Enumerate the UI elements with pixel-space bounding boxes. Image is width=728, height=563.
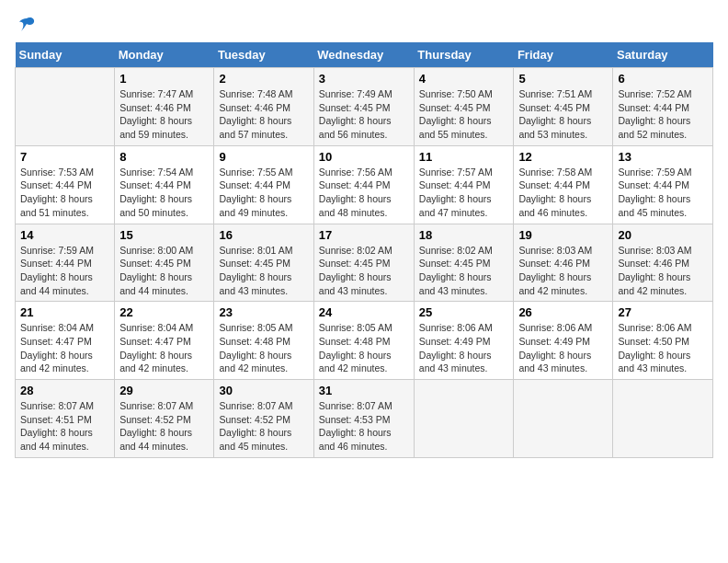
page-header xyxy=(15,15,713,31)
calendar-cell: 16 Sunrise: 8:01 AM Sunset: 4:45 PM Dayl… xyxy=(214,224,313,302)
logo-bird-icon xyxy=(17,15,37,35)
day-sunrise: Sunrise: 7:54 AM xyxy=(119,167,193,178)
day-sunrise: Sunrise: 7:59 AM xyxy=(20,245,94,256)
day-sunrise: Sunrise: 8:04 AM xyxy=(20,322,94,333)
day-daylight: Daylight: 8 hours and 51 minutes. xyxy=(20,193,93,218)
day-sunset: Sunset: 4:44 PM xyxy=(119,179,191,190)
day-sunrise: Sunrise: 8:07 AM xyxy=(219,400,292,411)
calendar-table: SundayMondayTuesdayWednesdayThursdayFrid… xyxy=(15,42,713,458)
day-number: 11 xyxy=(419,150,509,164)
day-sunset: Sunset: 4:47 PM xyxy=(20,336,92,347)
calendar-cell: 27 Sunrise: 8:06 AM Sunset: 4:50 PM Dayl… xyxy=(613,302,713,380)
day-number: 22 xyxy=(119,305,209,319)
day-number: 6 xyxy=(618,72,708,86)
day-daylight: Daylight: 8 hours and 42 minutes. xyxy=(518,271,591,296)
day-sunset: Sunset: 4:44 PM xyxy=(618,102,689,113)
day-daylight: Daylight: 8 hours and 44 minutes. xyxy=(20,271,93,296)
day-daylight: Daylight: 8 hours and 46 minutes. xyxy=(518,193,591,218)
day-sunrise: Sunrise: 8:02 AM xyxy=(419,245,493,256)
calendar-cell: 9 Sunrise: 7:55 AM Sunset: 4:44 PM Dayli… xyxy=(214,145,313,224)
day-sunset: Sunset: 4:44 PM xyxy=(219,179,290,190)
day-daylight: Daylight: 8 hours and 47 minutes. xyxy=(419,193,492,218)
day-daylight: Daylight: 8 hours and 56 minutes. xyxy=(319,115,392,140)
calendar-cell: 12 Sunrise: 7:58 AM Sunset: 4:44 PM Dayl… xyxy=(514,145,613,224)
day-number: 15 xyxy=(119,228,209,242)
day-sunset: Sunset: 4:45 PM xyxy=(219,258,290,269)
day-sunset: Sunset: 4:45 PM xyxy=(419,258,491,269)
day-number: 25 xyxy=(419,305,509,319)
calendar-cell: 14 Sunrise: 7:59 AM Sunset: 4:44 PM Dayl… xyxy=(16,224,115,302)
day-sunset: Sunset: 4:45 PM xyxy=(319,102,391,113)
day-daylight: Daylight: 8 hours and 43 minutes. xyxy=(419,271,492,296)
day-number: 1 xyxy=(119,72,209,86)
day-daylight: Daylight: 8 hours and 45 minutes. xyxy=(618,193,690,218)
day-number: 26 xyxy=(518,305,608,319)
day-sunset: Sunset: 4:46 PM xyxy=(219,102,290,113)
calendar-cell: 17 Sunrise: 8:02 AM Sunset: 4:45 PM Dayl… xyxy=(313,224,414,302)
calendar-cell: 23 Sunrise: 8:05 AM Sunset: 4:48 PM Dayl… xyxy=(214,302,313,380)
day-sunset: Sunset: 4:47 PM xyxy=(119,336,191,347)
day-daylight: Daylight: 8 hours and 43 minutes. xyxy=(618,350,690,374)
day-sunrise: Sunrise: 8:07 AM xyxy=(119,400,193,411)
day-daylight: Daylight: 8 hours and 43 minutes. xyxy=(319,271,392,296)
day-sunrise: Sunrise: 7:48 AM xyxy=(219,88,292,99)
calendar-cell: 28 Sunrise: 8:07 AM Sunset: 4:51 PM Dayl… xyxy=(16,380,115,458)
day-number: 30 xyxy=(219,384,308,397)
day-number: 31 xyxy=(319,384,409,397)
day-daylight: Daylight: 8 hours and 44 minutes. xyxy=(20,427,93,452)
day-sunrise: Sunrise: 7:58 AM xyxy=(518,167,592,178)
day-sunset: Sunset: 4:50 PM xyxy=(618,336,689,347)
day-daylight: Daylight: 8 hours and 44 minutes. xyxy=(119,427,192,452)
day-sunrise: Sunrise: 8:00 AM xyxy=(119,245,193,256)
calendar-cell: 24 Sunrise: 8:05 AM Sunset: 4:48 PM Dayl… xyxy=(313,302,414,380)
day-sunset: Sunset: 4:44 PM xyxy=(319,179,391,190)
day-number: 7 xyxy=(20,150,109,164)
day-number: 29 xyxy=(119,384,209,397)
calendar-cell: 31 Sunrise: 8:07 AM Sunset: 4:53 PM Dayl… xyxy=(313,380,414,458)
day-sunset: Sunset: 4:46 PM xyxy=(618,258,689,269)
day-number: 16 xyxy=(219,228,308,242)
day-daylight: Daylight: 8 hours and 55 minutes. xyxy=(419,115,492,140)
day-sunrise: Sunrise: 8:02 AM xyxy=(319,245,392,256)
day-number: 27 xyxy=(618,305,708,319)
calendar-week-row: 28 Sunrise: 8:07 AM Sunset: 4:51 PM Dayl… xyxy=(16,380,713,458)
day-sunset: Sunset: 4:46 PM xyxy=(518,258,590,269)
day-daylight: Daylight: 8 hours and 42 minutes. xyxy=(618,271,690,296)
header-friday: Friday xyxy=(514,42,613,68)
day-sunset: Sunset: 4:44 PM xyxy=(419,179,491,190)
day-sunrise: Sunrise: 7:53 AM xyxy=(20,167,94,178)
calendar-cell: 8 Sunrise: 7:54 AM Sunset: 4:44 PM Dayli… xyxy=(115,145,214,224)
day-sunset: Sunset: 4:53 PM xyxy=(319,414,391,425)
header-wednesday: Wednesday xyxy=(313,42,414,68)
day-number: 23 xyxy=(219,305,308,319)
calendar-cell xyxy=(613,380,713,458)
day-sunrise: Sunrise: 7:59 AM xyxy=(618,167,691,178)
calendar-week-row: 1 Sunrise: 7:47 AM Sunset: 4:46 PM Dayli… xyxy=(16,68,713,146)
day-sunset: Sunset: 4:45 PM xyxy=(518,102,590,113)
day-daylight: Daylight: 8 hours and 43 minutes. xyxy=(518,350,591,374)
calendar-cell: 5 Sunrise: 7:51 AM Sunset: 4:45 PM Dayli… xyxy=(514,68,613,146)
day-sunset: Sunset: 4:46 PM xyxy=(119,102,191,113)
day-sunset: Sunset: 4:52 PM xyxy=(219,414,290,425)
calendar-cell xyxy=(514,380,613,458)
calendar-cell: 19 Sunrise: 8:03 AM Sunset: 4:46 PM Dayl… xyxy=(514,224,613,302)
header-saturday: Saturday xyxy=(613,42,713,68)
day-sunrise: Sunrise: 8:03 AM xyxy=(618,245,691,256)
day-sunrise: Sunrise: 8:01 AM xyxy=(219,245,292,256)
day-daylight: Daylight: 8 hours and 48 minutes. xyxy=(319,193,392,218)
day-sunset: Sunset: 4:44 PM xyxy=(518,179,590,190)
day-sunrise: Sunrise: 8:06 AM xyxy=(518,322,592,333)
day-sunrise: Sunrise: 8:06 AM xyxy=(618,322,691,333)
calendar-cell: 15 Sunrise: 8:00 AM Sunset: 4:45 PM Dayl… xyxy=(115,224,214,302)
header-tuesday: Tuesday xyxy=(214,42,313,68)
day-sunrise: Sunrise: 7:56 AM xyxy=(319,167,392,178)
day-daylight: Daylight: 8 hours and 43 minutes. xyxy=(419,350,492,374)
day-number: 4 xyxy=(419,72,509,86)
day-daylight: Daylight: 8 hours and 42 minutes. xyxy=(219,350,291,374)
calendar-cell: 2 Sunrise: 7:48 AM Sunset: 4:46 PM Dayli… xyxy=(214,68,313,146)
header-monday: Monday xyxy=(115,42,214,68)
day-number: 5 xyxy=(518,72,608,86)
day-sunrise: Sunrise: 7:47 AM xyxy=(119,88,193,99)
day-daylight: Daylight: 8 hours and 42 minutes. xyxy=(20,350,93,374)
logo xyxy=(15,15,37,31)
